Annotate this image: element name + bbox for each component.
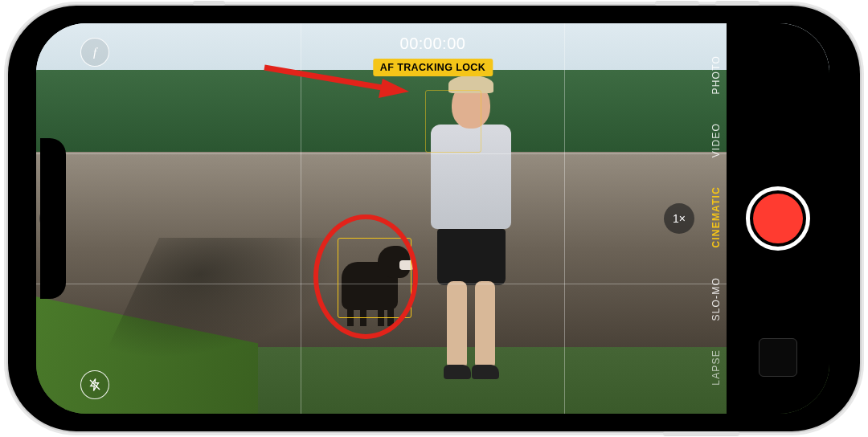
flash-button[interactable] — [80, 370, 109, 399]
mode-slomo[interactable]: SLO-MO — [710, 277, 722, 321]
focus-box-face[interactable] — [425, 90, 481, 153]
mode-cinematic[interactable]: CINEMATIC — [710, 186, 722, 248]
volume-down-button — [715, 1, 760, 6]
mode-photo[interactable]: PHOTO — [710, 55, 722, 94]
mode-timelapse[interactable]: LAPSE — [710, 349, 722, 386]
flash-off-icon — [88, 378, 102, 392]
mode-video[interactable]: VIDEO — [710, 123, 722, 157]
zoom-label: 1× — [673, 212, 686, 225]
side-button — [663, 431, 739, 436]
mode-selector[interactable]: PHOTO VIDEO CINEMATIC SLO-MO LAPSE — [707, 23, 725, 414]
svg-line-0 — [264, 67, 387, 88]
record-indicator — [753, 194, 803, 243]
last-capture-thumbnail[interactable] — [759, 338, 797, 377]
shutter-panel — [727, 23, 829, 414]
zoom-level-button[interactable]: 1× — [664, 203, 694, 234]
depth-control-button[interactable]: f — [80, 38, 109, 67]
svg-marker-1 — [379, 79, 409, 98]
phone-frame: 00:00:00 AF TRACKING LOCK f 1× — [8, 6, 860, 431]
recording-timer: 00:00:00 — [400, 35, 466, 53]
annotation-circle — [313, 214, 418, 339]
record-button[interactable] — [746, 186, 810, 251]
display-notch — [40, 138, 66, 299]
ringer-switch — [193, 1, 225, 6]
camera-screen: 00:00:00 AF TRACKING LOCK f 1× — [36, 23, 829, 414]
fstop-icon: f — [93, 46, 96, 59]
volume-up-button — [655, 1, 699, 6]
af-tracking-lock-badge: AF TRACKING LOCK — [373, 59, 493, 76]
